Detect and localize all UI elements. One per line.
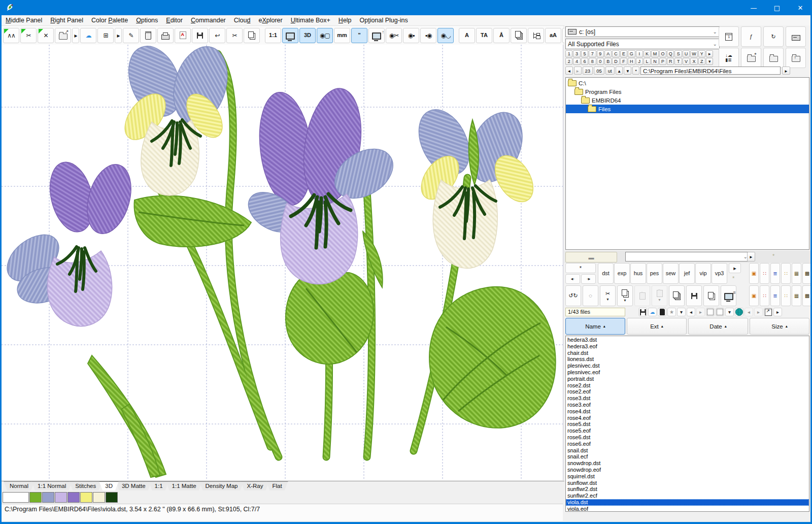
tab-flat[interactable]: Flat [266, 481, 288, 490]
file-row-portrait.dst[interactable]: portrait.dst [566, 376, 809, 382]
file-row-rose5.eof[interactable]: rose5.eof [566, 428, 809, 434]
format-more-button[interactable]: ▸ [729, 263, 741, 273]
small-lettering-button[interactable]: TA [476, 28, 492, 43]
new-folder-button[interactable] [741, 48, 761, 68]
cut-button[interactable]: ✂ [226, 28, 243, 43]
folder-options-button[interactable] [763, 48, 784, 68]
refresh-button[interactable]: ↻ [763, 26, 784, 47]
menu-item-1[interactable]: Right Panel [46, 16, 87, 25]
list-options-dropdown[interactable]: ▾ [725, 308, 734, 316]
favorites-button[interactable]: ★ [667, 308, 676, 316]
maximize-button[interactable]: □ [765, 0, 789, 15]
open-file-button[interactable] [55, 28, 71, 43]
tab-3d-matte[interactable]: 3D Matte [116, 481, 152, 490]
alpha-button-o[interactable]: O [659, 50, 666, 57]
stitch-delete-button[interactable]: ✕ [38, 28, 54, 43]
file-row-snail.ecf[interactable]: snail.ecf [566, 453, 809, 460]
view-list-button[interactable]: ≣ [770, 285, 780, 306]
menu-item-10[interactable]: Optional Plug-ins [356, 16, 412, 25]
file-row-chair.dst[interactable]: chair.dst [566, 350, 809, 356]
format-button-vip[interactable]: vip [695, 263, 711, 284]
file-row-rose6.dst[interactable]: rose6.dst [566, 434, 809, 441]
filename-mask-input[interactable]: ⌄ [625, 252, 750, 261]
memory-card-button[interactable] [658, 308, 666, 316]
current-path[interactable]: C:\Program Files\EMBIRD64\Files [640, 67, 781, 75]
view-colors-button[interactable]: ∷ [760, 263, 769, 284]
nav-button--[interactable]: ◂ [565, 67, 573, 75]
file-row-hedera3.eof[interactable]: hedera3.eof [566, 343, 809, 350]
alpha-button-g[interactable]: G [628, 50, 635, 57]
paste-special-button[interactable]: ▼ [652, 285, 667, 306]
file-row-plesnivec.dst[interactable]: plesnivec.dst [566, 363, 809, 369]
format-button-vp3[interactable]: vp3 [712, 263, 727, 284]
more-files-button[interactable]: ▸ [773, 308, 782, 316]
copy-button[interactable] [244, 28, 260, 43]
thread-color-2[interactable] [29, 492, 42, 503]
web-button[interactable] [735, 308, 743, 316]
arrange-dropdown[interactable]: ▸ [115, 28, 122, 43]
revert-button[interactable]: ↩ [209, 28, 225, 43]
menu-item-7[interactable]: eXplorer [254, 16, 286, 25]
send-monitor-button[interactable] [721, 285, 736, 306]
alpha-button-7[interactable]: 7 [589, 50, 596, 57]
font-size-button[interactable]: aA [545, 28, 561, 43]
view-3d-button[interactable]: 3D [299, 28, 316, 43]
nav-button-05[interactable]: 05 [594, 67, 604, 75]
rotate-buttons[interactable]: ↺↻ [565, 285, 581, 306]
tree-node-c:-[interactable]: C:\ [566, 79, 809, 87]
file-row-rose2.eof[interactable]: rose2.eof [566, 388, 809, 395]
units-mm-button[interactable]: mm [334, 28, 350, 43]
format-all-button[interactable]: * [565, 263, 596, 273]
view-pairs-button[interactable]: ∷ [781, 263, 791, 284]
cloud-files-button[interactable]: ☁ [80, 28, 96, 43]
drive-selector[interactable]: c: [os] ⌄ [565, 26, 720, 37]
tab-normal[interactable]: Normal [4, 481, 35, 490]
file-row-snail.dst[interactable]: snail.dst [566, 447, 809, 454]
alpha-button-k[interactable]: K [644, 50, 651, 57]
thread-color-4[interactable] [55, 492, 67, 503]
file-row-sunflwr2.ecf[interactable]: sunflwr2.ecf [566, 493, 809, 499]
view-grid-button[interactable]: ▦ [792, 285, 801, 306]
file-row-rose3.eof[interactable]: rose3.eof [566, 402, 809, 408]
save-list-button[interactable] [638, 308, 647, 316]
find-text-button[interactable]: ƒ [741, 26, 761, 47]
file-row-viola.dst[interactable]: viola.dst [566, 499, 809, 506]
cloud-upload-button[interactable]: ☁ [648, 308, 657, 316]
file-type-filter[interactable]: All Supported Files ⌄ [565, 39, 720, 49]
calendar-search-button[interactable] [719, 26, 739, 47]
page-next-button[interactable]: ▸ [754, 308, 763, 316]
alpha-button-f[interactable]: F [620, 58, 627, 65]
show-outline-button[interactable]: ◉◡ [437, 28, 454, 43]
file-row-rose5.dst[interactable]: rose5.dst [566, 421, 809, 428]
alpha-button-9[interactable]: 9 [597, 50, 604, 57]
file-row-squirrel.dst[interactable]: squirrel.dst [566, 473, 809, 480]
tab-1:1-normal[interactable]: 1:1 Normal [31, 481, 72, 490]
pages-button[interactable] [511, 28, 527, 43]
show-hoop-button[interactable]: ◉▢ [317, 28, 333, 43]
file-row-rose3.dst[interactable]: rose3.dst [566, 395, 809, 402]
page-prev-button[interactable]: ◂ [745, 308, 753, 316]
tab-1:1[interactable]: 1:1 [149, 481, 169, 490]
alpha-button-h[interactable]: H [628, 58, 635, 65]
view-list-button[interactable]: ≣ [770, 263, 780, 284]
tab-x-ray[interactable]: X-Ray [241, 481, 269, 490]
alpha-button-3[interactable]: 3 [573, 50, 580, 57]
alpha-button-l[interactable]: L [644, 58, 651, 65]
tab-stitches[interactable]: Stitches [69, 481, 102, 490]
alpha-button-b[interactable]: B [604, 58, 612, 65]
alpha-button-c[interactable]: C [612, 50, 619, 57]
alpha-button-4[interactable]: 4 [573, 58, 580, 65]
copy-file-button[interactable]: ▼ [617, 285, 633, 306]
lettering-button[interactable]: A [459, 28, 475, 43]
format-next-button[interactable]: ·▸ [581, 274, 596, 284]
column-header-name[interactable]: Name▴ [565, 318, 625, 335]
drive-info-button[interactable] [786, 26, 806, 47]
tab-density-map[interactable]: Density Map [199, 481, 244, 490]
menu-item-2[interactable]: Color Palette [87, 16, 132, 25]
nav-button-23[interactable]: 23 [583, 67, 593, 75]
menu-item-8[interactable]: Ultimate Box+ [287, 16, 334, 25]
show-end-button[interactable]: ▪◉ [420, 28, 436, 43]
fit-to-screen-button[interactable] [282, 28, 298, 43]
save-as-button[interactable] [686, 285, 702, 306]
cloud-sync-button[interactable]: ↓☁ ▮≣ [719, 48, 739, 68]
